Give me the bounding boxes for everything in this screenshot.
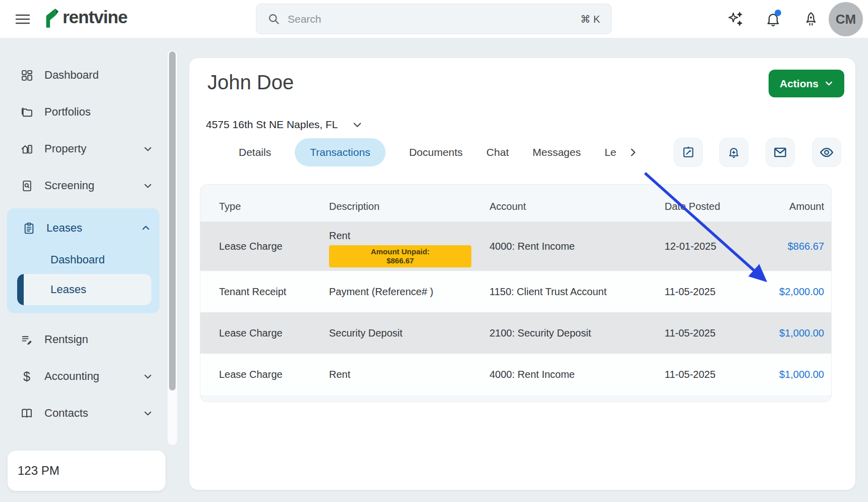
sidebar-item-label: Leases xyxy=(46,221,130,235)
search-icon xyxy=(267,13,281,26)
cell-account: 1150: Client Trust Account xyxy=(490,286,665,298)
search-bar[interactable]: ⌘ K xyxy=(256,4,612,34)
chevron-down-icon xyxy=(825,79,833,88)
time-text: 123 PM xyxy=(18,464,60,478)
sidebar-item-leases[interactable]: Leases xyxy=(9,213,157,243)
search-input[interactable] xyxy=(288,13,573,25)
sidebar-scrollbar-thumb[interactable] xyxy=(169,51,176,391)
column-header-type: Type xyxy=(219,201,329,212)
sidebar-item-accounting[interactable]: $ Accounting xyxy=(7,362,159,391)
subitem-label: Dashboard xyxy=(50,253,105,266)
table-header-row: Type Description Account Date Posted Amo… xyxy=(200,185,831,221)
cell-type: Tenant Receipt xyxy=(219,286,329,298)
rentvine-logo[interactable]: rentvine xyxy=(42,6,127,29)
send-mail-button[interactable] xyxy=(766,138,795,167)
folder-icon xyxy=(20,105,33,119)
tab-documents[interactable]: Documents xyxy=(409,146,463,158)
sidebar-scrollbar-track[interactable] xyxy=(168,50,177,445)
amount-unpaid-badge: Amount Unpaid: $866.67 xyxy=(329,245,471,267)
topbar: rentvine ⌘ K CM xyxy=(0,0,868,38)
badge-value: $866.67 xyxy=(387,256,414,265)
chevron-down-icon xyxy=(352,120,362,130)
transaction-row[interactable]: Lease Charge Rent 4000: Rent Income 11-0… xyxy=(200,354,831,395)
column-header-amount: Amount xyxy=(761,201,824,212)
edit-note-icon xyxy=(681,145,695,159)
badge-label: Amount Unpaid: xyxy=(371,247,430,256)
rentvine-logo-icon xyxy=(42,6,60,29)
sidebar-item-property[interactable]: Property xyxy=(7,135,159,163)
notification-dot xyxy=(775,10,781,16)
cell-date-posted: 12-01-2025 xyxy=(665,241,761,252)
tab-bar: Details Transactions Documents Chat Mess… xyxy=(189,137,855,168)
dollar-icon: $ xyxy=(20,370,33,383)
sidebar-item-label: Property xyxy=(44,142,132,155)
leases-clipboard-icon xyxy=(22,221,35,235)
cell-type: Lease Charge xyxy=(219,241,329,252)
sidebar-item-screening[interactable]: Screening xyxy=(7,172,159,200)
sidebar-item-label: Contacts xyxy=(44,407,132,420)
sidebar-item-contacts[interactable]: Contacts xyxy=(7,399,159,427)
sidebar-subitem-leases-leases[interactable]: Leases xyxy=(17,274,151,305)
cell-date-posted: 11-05-2025 xyxy=(665,369,761,380)
cell-amount-link[interactable]: $1,000.00 xyxy=(761,327,824,339)
chevron-down-icon xyxy=(143,181,152,190)
sidebar-item-label: Accounting xyxy=(44,370,132,383)
tab-messages[interactable]: Messages xyxy=(532,146,581,158)
cell-type: Lease Charge xyxy=(219,327,329,339)
address-selector[interactable]: 4575 16th St NE Naples, FL xyxy=(206,119,362,131)
lease-detail-card: John Doe 4575 16th St NE Naples, FL Acti… xyxy=(189,58,855,490)
chevron-down-icon xyxy=(143,144,152,153)
column-header-description: Description xyxy=(329,201,490,212)
cell-date-posted: 11-05-2025 xyxy=(665,327,761,339)
cell-account: 2100: Security Deposit xyxy=(490,327,665,339)
add-reminder-button[interactable] xyxy=(719,138,748,167)
tab-transactions[interactable]: Transactions xyxy=(295,138,385,166)
sidebar-item-label: Screening xyxy=(44,179,132,192)
transaction-row[interactable]: Tenant Receipt Payment (Reference# ) 115… xyxy=(200,271,831,312)
cell-description: Security Deposit xyxy=(329,327,490,339)
tab-details[interactable]: Details xyxy=(239,146,271,158)
sidebar-item-label: Rentsign xyxy=(44,333,152,346)
menu-icon[interactable] xyxy=(14,11,32,27)
actions-button[interactable]: Actions xyxy=(769,70,844,97)
cell-date-posted: 11-05-2025 xyxy=(665,286,761,298)
rocket-icon[interactable] xyxy=(802,11,820,28)
sidebar-item-dashboard[interactable]: Dashboard xyxy=(7,61,159,89)
transaction-row[interactable]: Lease Charge Rent Amount Unpaid: $866.67… xyxy=(200,221,831,271)
column-header-account: Account xyxy=(490,201,665,212)
avatar-initials: CM xyxy=(836,12,856,27)
rentvine-logo-text: rentvine xyxy=(63,7,127,27)
sidebar-item-rentsign[interactable]: Rentsign xyxy=(7,325,159,354)
tab-le-truncated[interactable]: Le xyxy=(605,146,616,158)
tabs-scroll-right-chevron-icon[interactable] xyxy=(628,147,638,157)
column-header-date-posted: Date Posted xyxy=(665,201,761,212)
tab-chat[interactable]: Chat xyxy=(486,146,509,158)
address-text: 4575 16th St NE Naples, FL xyxy=(206,119,338,131)
subitem-label: Leases xyxy=(50,283,86,296)
cell-amount-link[interactable]: $866.67 xyxy=(761,241,824,252)
notifications-bell-icon[interactable] xyxy=(765,11,782,28)
chevron-up-icon xyxy=(141,224,150,233)
user-avatar[interactable]: CM xyxy=(829,2,863,36)
leases-expanded-group: Leases Dashboard Leases xyxy=(7,208,159,313)
cell-amount-link[interactable]: $1,000.00 xyxy=(761,369,824,380)
preview-button[interactable] xyxy=(812,138,841,167)
dashboard-grid-icon xyxy=(20,69,33,82)
cell-amount-link[interactable]: $2,000.00 xyxy=(761,286,824,298)
sidebar-item-portfolios[interactable]: Portfolios xyxy=(7,98,159,126)
cell-type: Lease Charge xyxy=(219,369,329,380)
cell-description: Payment (Reference# ) xyxy=(329,286,490,298)
transaction-row[interactable]: Lease Charge Security Deposit 2100: Secu… xyxy=(200,312,831,354)
sidebar: Dashboard Portfolios Property xyxy=(0,38,167,502)
property-house-icon xyxy=(20,142,33,155)
actions-label: Actions xyxy=(780,78,819,90)
chevron-down-icon xyxy=(143,409,152,418)
cell-description: Rent Amount Unpaid: $866.67 xyxy=(329,221,490,271)
sidebar-item-label: Dashboard xyxy=(44,69,152,82)
sparkles-icon[interactable] xyxy=(727,11,744,28)
edit-note-button[interactable] xyxy=(674,138,703,167)
transactions-table: Type Description Account Date Posted Amo… xyxy=(200,184,832,402)
sidebar-footer-time-card: 123 PM xyxy=(8,451,166,491)
search-shortcut: ⌘ K xyxy=(580,13,600,25)
sidebar-subitem-leases-dashboard[interactable]: Dashboard xyxy=(9,246,157,274)
